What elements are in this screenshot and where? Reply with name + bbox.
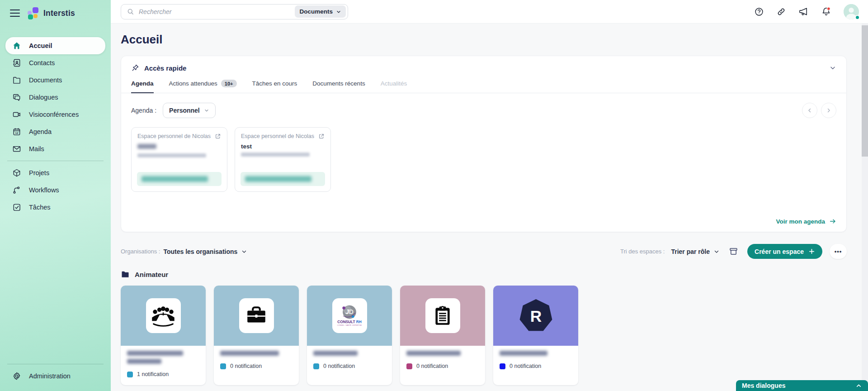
sidebar-nav: Accueil Contacts Documents Dialogues Vis… [5, 37, 105, 216]
notification-row: 0 notification [313, 363, 386, 369]
redacted-event-date [241, 153, 310, 157]
chevron-left-icon [807, 107, 813, 114]
scrollbar-thumb[interactable] [862, 25, 868, 157]
brand-name: Interstis [43, 9, 75, 18]
sidebar-item-documents[interactable]: Documents [5, 72, 105, 89]
r-heptagon-logo: R [519, 298, 553, 334]
notification-color-square [406, 363, 412, 369]
event-chip [241, 172, 325, 186]
task-checkbox-icon [12, 203, 21, 212]
space-card[interactable]: 0 notification [214, 286, 299, 385]
meeting-icon [151, 304, 175, 328]
calendar-icon: 12 [12, 127, 21, 136]
search-icon [127, 8, 134, 15]
sidebar-item-taches[interactable]: Tâches [5, 199, 105, 216]
tab-agenda[interactable]: Agenda [131, 80, 154, 93]
interstis-logo-icon [27, 7, 39, 19]
notification-count: 0 notification [230, 363, 262, 369]
avatar[interactable] [844, 4, 859, 19]
folder-icon [12, 76, 21, 85]
quick-access-title: Accès rapide [144, 64, 186, 72]
sidebar-item-accueil[interactable]: Accueil [5, 37, 105, 54]
carousel-next-button[interactable] [821, 103, 836, 118]
notification-row: 0 notification [220, 363, 292, 369]
chevron-down-icon [241, 248, 247, 255]
create-space-button[interactable]: Créer un espace [747, 244, 822, 259]
help-icon[interactable] [754, 7, 764, 17]
topbar-icons [754, 4, 859, 19]
svg-text:D: D [349, 308, 354, 315]
view-my-agenda-link[interactable]: Voir mon agenda [776, 218, 836, 225]
agenda-filter-label: Agenda : [131, 107, 156, 114]
external-link-icon[interactable] [318, 133, 325, 139]
envelope-icon [12, 144, 21, 153]
tab-actions-attendues[interactable]: Actions attendues 10+ [169, 80, 237, 93]
panel-collapse-chevron[interactable] [829, 64, 836, 72]
sidebar-header: Interstis [5, 0, 105, 26]
notification-dot [827, 7, 830, 10]
brand-logo[interactable]: Interstis [27, 7, 75, 19]
actions-count-badge: 10+ [221, 80, 237, 87]
hamburger-menu-icon[interactable] [10, 10, 20, 17]
agenda-card-space-name: Espace personnel de Nicolas [137, 133, 211, 139]
sidebar-item-visioconferences[interactable]: Visioconférences [5, 106, 105, 123]
search-scope-value: Documents [299, 8, 333, 15]
redacted-space-title [127, 351, 183, 356]
search-bar[interactable]: Documents [121, 4, 348, 19]
sidebar-item-contacts[interactable]: Contacts [5, 54, 105, 72]
redacted-event-chip [245, 176, 311, 182]
carousel-prev-button[interactable] [802, 103, 817, 118]
sort-label: Tri des espaces : [620, 248, 665, 255]
notification-count: 0 notification [416, 363, 448, 369]
briefcase-icon [245, 305, 268, 327]
agenda-filter-select[interactable]: Personnel [163, 103, 216, 118]
space-card[interactable]: J D CONSULT RH CONSEIL • SANTÉ • EXPERTI… [307, 286, 392, 385]
redacted-space-title [500, 351, 547, 356]
space-card[interactable]: R 0 notification [493, 286, 578, 385]
megaphone-icon[interactable] [798, 6, 809, 17]
sidebar-item-administration[interactable]: Administration [5, 367, 105, 385]
sort-dropdown[interactable]: Trier par rôle [671, 248, 720, 255]
archive-icon[interactable] [729, 247, 738, 256]
search-scope-dropdown[interactable]: Documents [295, 5, 346, 18]
my-dialogs-bar[interactable]: Mes dialogues [736, 380, 868, 391]
sidebar-item-label: Tâches [29, 204, 51, 211]
agenda-event-card[interactable]: Espace personnel de Nicolas [131, 127, 227, 192]
sidebar-item-dialogues[interactable]: Dialogues [5, 89, 105, 106]
more-options-button[interactable]: ••• [830, 244, 847, 259]
organisations-label: Organisations : [121, 248, 160, 255]
contacts-icon [12, 58, 21, 67]
sidebar-item-mails[interactable]: Mails [5, 140, 105, 157]
search-input[interactable] [139, 8, 290, 15]
online-status-dot [855, 15, 860, 20]
link-icon[interactable] [776, 7, 786, 17]
agenda-event-card[interactable]: Espace personnel de Nicolas test [235, 127, 331, 192]
bell-icon[interactable] [821, 6, 831, 17]
app-window: Interstis Accueil Contacts Documents Dia… [0, 0, 868, 391]
notification-color-square [313, 363, 319, 369]
organisations-dropdown[interactable]: Toutes les organisations [163, 248, 247, 255]
sidebar-item-label: Accueil [29, 42, 52, 49]
event-chip [137, 172, 222, 186]
sidebar-item-label: Administration [29, 372, 71, 380]
sidebar-item-agenda[interactable]: 12 Agenda [5, 123, 105, 140]
notification-count: 0 notification [509, 363, 541, 369]
notification-row: 0 notification [500, 363, 572, 369]
redacted-space-title [313, 351, 358, 356]
vertical-scrollbar[interactable] [862, 24, 868, 391]
tab-documents-recents[interactable]: Documents récents [312, 80, 365, 93]
agenda-carousel-controls [802, 103, 836, 118]
chevron-up-icon [855, 382, 862, 389]
tab-actualites: Actualités [381, 80, 407, 93]
svg-text:12: 12 [15, 131, 19, 134]
space-card[interactable]: 1 notification [121, 286, 206, 385]
redacted-space-title [127, 359, 161, 364]
chevron-down-icon [713, 248, 720, 255]
sidebar-item-projets[interactable]: Projets [5, 164, 105, 181]
space-card[interactable]: 0 notification [400, 286, 485, 385]
sidebar-item-workflows[interactable]: Workflows [5, 181, 105, 199]
external-link-icon[interactable] [215, 133, 221, 139]
sidebar-item-label: Documents [29, 76, 62, 84]
agenda-filter-row: Agenda : Personnel [121, 103, 846, 118]
tab-taches-en-cours[interactable]: Tâches en cours [252, 80, 297, 93]
